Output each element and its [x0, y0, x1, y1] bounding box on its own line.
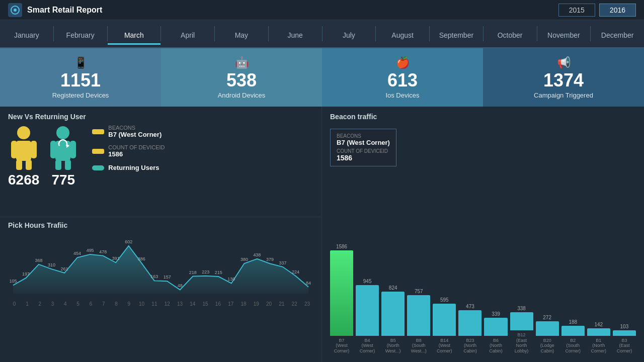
bar-group-b7[interactable]: 1586B7 (West Corner): [330, 244, 353, 354]
bar-value-b8: 757: [415, 289, 423, 294]
bar-value-b3: 103: [620, 324, 629, 329]
user-figures: 6268: [8, 125, 77, 188]
bar-group-b14[interactable]: 595B14 (West Corner): [433, 297, 456, 354]
stat-label-1: Android Devices: [218, 92, 266, 99]
x-label-3: 3: [46, 301, 59, 307]
returning-user-count: 775: [51, 172, 75, 188]
beacons-name: B7 (West Corner): [108, 131, 162, 138]
x-label-7: 7: [97, 301, 110, 307]
month-item-july[interactable]: July: [323, 23, 376, 45]
x-label-16: 16: [212, 301, 224, 307]
x-label-10: 10: [135, 301, 148, 307]
bar-value-b1: 142: [594, 322, 603, 327]
beacon-tooltip: BEACONS B7 (West Corner) COUNT OF DEVICE…: [330, 129, 396, 166]
month-item-december[interactable]: December: [591, 23, 644, 45]
month-item-february[interactable]: February: [54, 23, 107, 45]
svg-text:454: 454: [73, 251, 81, 256]
svg-text:310: 310: [48, 262, 55, 267]
bar-value-b5: 824: [389, 285, 397, 291]
svg-point-9: [56, 126, 69, 139]
x-label-2: 2: [34, 301, 46, 307]
stat-icon-2: 🍎: [396, 56, 410, 69]
svg-text:223: 223: [202, 269, 209, 275]
month-item-april[interactable]: April: [161, 23, 214, 45]
peak-hours-chart: 1051973683102614544954783916023861631574…: [8, 233, 313, 304]
bar-rect-b8: [407, 295, 430, 336]
month-item-october[interactable]: October: [484, 23, 537, 45]
new-user-count: 6268: [8, 172, 39, 188]
svg-rect-13: [55, 160, 61, 170]
bar-rect-b4: [356, 285, 379, 336]
month-item-march[interactable]: March: [108, 23, 161, 45]
x-label-1: 1: [21, 301, 33, 307]
bar-label-b7: B7 (West Corner): [334, 338, 350, 354]
bar-chart-container: 1586B7 (West Corner)945B4 (West Corner)8…: [330, 129, 636, 356]
returning-legend-dot: [92, 165, 104, 170]
x-label-8: 8: [110, 301, 122, 307]
stat-number-0: 1151: [60, 71, 101, 89]
svg-rect-7: [16, 160, 22, 170]
x-label-18: 18: [237, 301, 250, 307]
svg-text:438: 438: [253, 252, 261, 257]
month-item-june[interactable]: June: [269, 23, 322, 45]
bar-group-b6[interactable]: 339B6 (North Cabin): [484, 311, 507, 354]
month-item-november[interactable]: November: [537, 23, 591, 45]
bar-group-b20[interactable]: 272B20 (Lodge Cabin): [536, 315, 559, 354]
bar-label-b4: B4 (West Corner): [360, 338, 375, 354]
bar-label-b3: B3 (East Corner): [617, 338, 632, 354]
svg-text:261: 261: [61, 266, 68, 272]
beacon-legend-item: BEACONS B7 (West Corner): [92, 125, 165, 138]
count-legend-info: COUNT OF DEVICEID 1586: [108, 144, 165, 158]
bar-group-b23[interactable]: 473B23 (North Cabin): [458, 304, 481, 354]
svg-text:163: 163: [150, 274, 158, 279]
bar-group-b3[interactable]: 103B3 (East Corner): [613, 324, 636, 354]
beacon-traffic-title: Beacon traffic: [330, 113, 636, 121]
bar-label-b23: B23 (North Cabin): [463, 338, 477, 354]
x-label-17: 17: [224, 301, 237, 307]
month-item-january[interactable]: January: [0, 23, 53, 45]
bar-group-b5[interactable]: 824B5 (North West...): [381, 285, 405, 354]
returning-user-icon: [49, 125, 77, 170]
svg-text:368: 368: [35, 258, 43, 263]
peak-hours-title: Pick Hours Trafiic: [8, 221, 313, 229]
svg-point-3: [17, 126, 30, 139]
bar-label-b14: B14 (West Corner): [437, 338, 452, 354]
header: Smart Retail Report 2015 2016: [0, 0, 644, 20]
svg-text:197: 197: [22, 272, 30, 277]
x-label-20: 20: [263, 301, 275, 307]
x-label-14: 14: [186, 301, 199, 307]
bar-group-b4[interactable]: 945B4 (West Corner): [356, 279, 379, 354]
bar-value-b20: 272: [543, 315, 551, 320]
bar-group-b2[interactable]: 188B2 (South Corner): [561, 319, 585, 354]
year-selector: 2015 2016: [558, 4, 636, 17]
bar-group-b1[interactable]: 142B1 (North Corner): [587, 322, 610, 354]
bar-group-b8[interactable]: 757B8 (South West...): [407, 289, 430, 354]
month-item-august[interactable]: August: [376, 23, 429, 45]
bar-label-b6: B6 (North Cabin): [489, 338, 503, 354]
month-item-september[interactable]: September: [430, 23, 483, 45]
bar-group-b12[interactable]: 338B12 (East North Lobby): [510, 306, 533, 354]
count-legend-dot: [92, 149, 104, 154]
month-item-may[interactable]: May: [215, 23, 268, 45]
svg-text:337: 337: [279, 260, 287, 265]
svg-text:130: 130: [227, 277, 235, 282]
stat-label-3: Campaign Triggered: [534, 92, 593, 99]
year-2015-button[interactable]: 2015: [558, 4, 595, 17]
legend-panel: BEACONS B7 (West Corner) COUNT OF DEVICE…: [92, 125, 165, 182]
svg-text:478: 478: [99, 249, 107, 254]
x-label-9: 9: [123, 301, 135, 307]
svg-text:379: 379: [266, 257, 274, 262]
left-panel: New Vs Returning User 6268: [0, 107, 322, 362]
svg-text:84: 84: [306, 281, 311, 286]
svg-rect-5: [11, 141, 17, 158]
bar-label-b5: B5 (North West...): [385, 338, 401, 354]
bar-value-b23: 473: [466, 304, 474, 309]
count-legend-item: COUNT OF DEVICEID 1586: [92, 144, 165, 158]
svg-rect-6: [31, 141, 37, 158]
svg-text:215: 215: [215, 270, 222, 275]
x-label-21: 21: [275, 301, 288, 307]
returning-legend-label: Returning Users: [108, 164, 159, 171]
year-2016-button[interactable]: 2016: [599, 4, 636, 17]
count-label: COUNT OF DEVICEID: [108, 144, 165, 150]
line-chart-svg: 1051973683102614544954783916023861631574…: [8, 233, 313, 299]
